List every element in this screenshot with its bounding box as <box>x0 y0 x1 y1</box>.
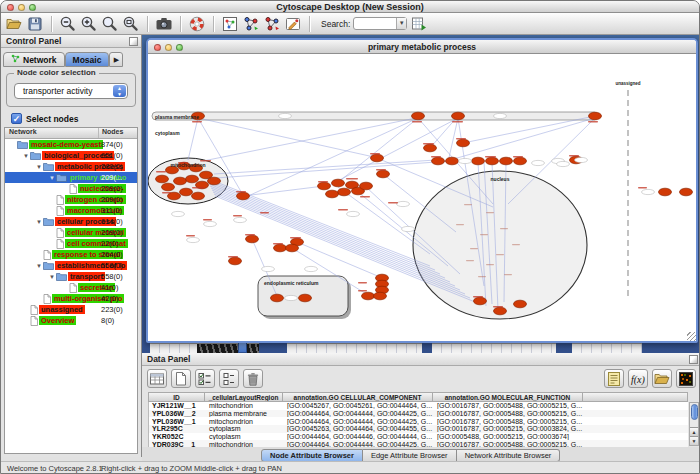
network-node[interactable] <box>299 294 312 302</box>
tree-row[interactable]: unassigned223(0) <box>5 304 137 315</box>
select-attributes-icon[interactable] <box>195 369 215 388</box>
network-node[interactable] <box>377 170 390 178</box>
network-node[interactable] <box>326 190 339 198</box>
network-node[interactable] <box>332 179 345 187</box>
tab-network-attribute-browser[interactable]: Network Attribute Browser <box>457 449 561 462</box>
table-scrollbar[interactable]: ▲ ▼ <box>689 402 699 446</box>
network-node[interactable] <box>659 188 672 196</box>
zoom-window-button[interactable] <box>176 44 183 51</box>
minimize-button[interactable] <box>18 4 25 11</box>
zoom-fit-icon[interactable] <box>122 15 140 33</box>
column-header[interactable]: _cellularLayoutRegion <box>205 392 283 402</box>
network-node[interactable] <box>486 157 499 165</box>
network-node[interactable] <box>338 188 351 196</box>
network-node[interactable] <box>500 157 513 165</box>
network-edge[interactable] <box>448 118 458 162</box>
network-node[interactable] <box>494 307 507 315</box>
network-node[interactable] <box>360 182 373 190</box>
network-edge[interactable] <box>246 118 418 197</box>
network-node[interactable] <box>318 182 331 190</box>
tree-column-network[interactable]: Network <box>5 128 99 138</box>
tab-edge-attribute-browser[interactable]: Edge Attribute Browser <box>363 449 457 462</box>
layout-nodes-icon[interactable] <box>242 15 260 33</box>
vizmapper-icon[interactable] <box>284 15 302 33</box>
network-node[interactable] <box>246 235 259 243</box>
network-node[interactable] <box>180 188 193 196</box>
network-node[interactable] <box>374 292 387 300</box>
resize-grip[interactable] <box>687 332 696 341</box>
network-node[interactable] <box>446 157 459 165</box>
table-row[interactable]: YKR052Ccytoplasm[GO:0044464, GO:0044446,… <box>149 433 688 441</box>
tree-row[interactable]: nitrogen compo209(0) <box>5 194 137 205</box>
tree-row[interactable]: ▼transport558(0) <box>5 271 137 282</box>
network-node[interactable] <box>362 292 375 300</box>
column-header[interactable]: annotation.GO MOLECULAR_FUNCTION <box>433 392 583 402</box>
network-edge[interactable] <box>203 118 416 161</box>
expand-arrow-icon[interactable]: ▼ <box>35 263 43 269</box>
close-button[interactable] <box>7 4 14 11</box>
expand-arrow-icon[interactable]: ▼ <box>35 164 43 170</box>
matrix-icon[interactable] <box>676 369 696 388</box>
network-edge[interactable] <box>214 160 436 174</box>
notes-icon[interactable] <box>604 369 624 388</box>
tree-row[interactable]: Overview8(0) <box>5 315 137 326</box>
float-panel-icon[interactable] <box>689 355 698 364</box>
network-canvas[interactable]: plasma membranecytoplasmmitochondrionnuc… <box>148 54 696 341</box>
network-node[interactable] <box>514 157 527 165</box>
unselect-attributes-icon[interactable] <box>219 369 239 388</box>
minimize-button[interactable] <box>165 44 172 51</box>
save-icon[interactable] <box>26 15 44 33</box>
expand-arrow-icon[interactable]: ▼ <box>48 274 56 280</box>
tree-row[interactable]: mosaic-demo-yeast874(0) <box>5 139 137 150</box>
zoom-in-icon[interactable] <box>80 15 98 33</box>
scrollbar-thumb[interactable] <box>691 404 698 420</box>
close-button[interactable] <box>154 44 161 51</box>
delete-attribute-icon[interactable] <box>243 369 263 388</box>
network-edge[interactable] <box>338 187 430 254</box>
tree-column-nodes[interactable]: Nodes <box>99 128 137 138</box>
network-edge[interactable] <box>188 118 198 160</box>
network-edge[interactable] <box>216 161 450 178</box>
color-attribute-select[interactable]: transporter activity ▲▼ <box>14 83 128 99</box>
expand-arrow-icon[interactable]: ▼ <box>35 219 43 225</box>
tree-row[interactable]: nucleobase-209(0) <box>5 183 137 194</box>
column-header[interactable]: annotation.GO CELLULAR_COMPONENT <box>283 392 433 402</box>
tree-row[interactable]: ▼biological_process651(0) <box>5 150 137 161</box>
chevron-down-icon[interactable]: ▼ <box>396 18 406 29</box>
zoom-window-button[interactable] <box>29 4 36 11</box>
network-edge[interactable] <box>243 186 324 196</box>
expand-arrow-icon[interactable]: ▼ <box>48 175 56 181</box>
tree-row[interactable]: ▼primary metabo209(... <box>5 172 137 183</box>
import-table-icon[interactable] <box>410 15 428 33</box>
table-icon[interactable] <box>147 369 167 388</box>
network-node[interactable] <box>286 244 299 252</box>
tab-node-attribute-browser[interactable]: Node Attribute Browser <box>261 449 363 462</box>
layout-edges-icon[interactable] <box>263 15 281 33</box>
network-window-titlebar[interactable]: primary metabolic process <box>148 40 696 54</box>
open-icon[interactable] <box>5 15 23 33</box>
table-row[interactable]: YPL036W__2plasma membrane[GO:0044464, GO… <box>149 410 688 418</box>
network-node[interactable] <box>424 144 437 152</box>
network-node[interactable] <box>186 175 199 183</box>
network-edge[interactable] <box>430 116 458 148</box>
zoom-selected-icon[interactable] <box>101 15 119 33</box>
tree-row[interactable]: ▼metabolic process280(0) <box>5 161 137 172</box>
network-node[interactable] <box>432 157 445 165</box>
network-edge[interactable] <box>326 118 458 187</box>
tab-mosaic[interactable]: Mosaic <box>65 52 110 67</box>
network-node[interactable] <box>452 112 465 120</box>
network-node[interactable] <box>229 257 242 265</box>
network-node[interactable] <box>589 112 602 120</box>
zoom-out-icon[interactable] <box>59 15 77 33</box>
network-node[interactable] <box>174 177 187 185</box>
tree-row[interactable]: multi-organism pro42(0) <box>5 293 137 304</box>
select-nodes-checkbox[interactable]: ✓ <box>11 113 22 124</box>
network-node[interactable] <box>514 300 527 308</box>
network-node[interactable] <box>274 244 287 252</box>
tree-row[interactable]: cell communicat22(0) <box>5 238 137 249</box>
table-row[interactable]: YJR121W__1mitochondrion[GO:0045267, GO:0… <box>149 402 688 410</box>
network-node[interactable] <box>192 192 205 200</box>
network-node[interactable] <box>474 297 487 305</box>
tree-row[interactable]: secretion41(0) <box>5 282 137 293</box>
scroll-down-icon[interactable]: ▼ <box>690 436 698 445</box>
